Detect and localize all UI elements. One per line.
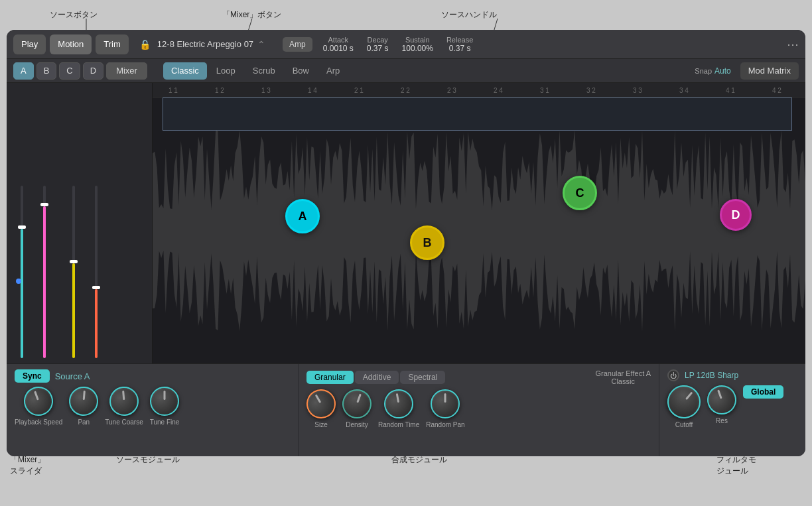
source-selector[interactable]: Source A bbox=[55, 371, 90, 381]
svg-text:3 2: 3 2 bbox=[586, 87, 596, 94]
mixer-channel-b bbox=[34, 186, 54, 358]
source-handle-d[interactable]: D bbox=[720, 199, 752, 231]
play-button[interactable]: Play bbox=[13, 34, 46, 54]
additive-tab[interactable]: Additive bbox=[355, 371, 399, 384]
sustain-label: Sustain bbox=[402, 36, 433, 44]
spectral-tab[interactable]: Spectral bbox=[400, 371, 445, 384]
motion-button[interactable]: Motion bbox=[50, 34, 92, 54]
effect-label: Granular Effect A bbox=[595, 369, 651, 377]
density-knob[interactable] bbox=[338, 385, 375, 422]
mixer-slider-b[interactable] bbox=[43, 186, 46, 358]
power-icon: ⏻ bbox=[670, 372, 677, 379]
mixer-channel-c bbox=[64, 186, 84, 358]
sustain-value: 100.00% bbox=[402, 44, 433, 53]
attack-param: Attack 0.0010 s bbox=[323, 36, 354, 53]
tune-coarse-group: Tune Coarse bbox=[105, 387, 143, 426]
pad-d-button[interactable]: D bbox=[83, 62, 103, 80]
source-module-header: Sync Source A bbox=[15, 369, 290, 383]
trim-button[interactable]: Trim bbox=[96, 34, 129, 54]
filter-module: ⏻ LP 12dB Sharp Cutoff Res Global bbox=[659, 364, 805, 456]
tune-fine-knob[interactable] bbox=[150, 387, 179, 416]
amp-button[interactable]: Amp bbox=[283, 37, 312, 52]
svg-text:2 4: 2 4 bbox=[494, 87, 503, 94]
tune-coarse-knob[interactable] bbox=[108, 385, 140, 417]
loop-tab[interactable]: Loop bbox=[208, 62, 243, 80]
global-button[interactable]: Global bbox=[743, 385, 783, 399]
svg-text:4 1: 4 1 bbox=[726, 87, 735, 94]
pan-group: Pan bbox=[69, 387, 98, 426]
mixer-slider-d[interactable] bbox=[95, 186, 98, 358]
effect-name-group: Granular Effect A Classic bbox=[595, 369, 651, 385]
svg-text:3 1: 3 1 bbox=[540, 87, 549, 94]
random-time-knob[interactable] bbox=[382, 387, 416, 421]
tune-fine-label: Tune Fine bbox=[150, 418, 180, 426]
size-group: Size bbox=[306, 389, 336, 428]
global-btn-wrapper: Global bbox=[743, 385, 783, 401]
density-label: Density bbox=[346, 421, 368, 428]
second-row: A B C D Mixer Classic Loop Scrub Bow Arp… bbox=[7, 59, 805, 83]
size-label: Size bbox=[314, 421, 327, 428]
svg-text:1 2: 1 2 bbox=[215, 87, 224, 94]
random-time-group: Random Time bbox=[378, 389, 419, 428]
classic-tab[interactable]: Classic bbox=[163, 62, 207, 80]
synth-knob-row: Size Density Random Time Random Pan bbox=[306, 389, 651, 428]
svg-text:3 3: 3 3 bbox=[633, 87, 642, 94]
res-knob[interactable] bbox=[703, 381, 740, 418]
random-pan-label: Random Pan bbox=[426, 421, 464, 428]
mixer-panel bbox=[7, 83, 153, 363]
mode-tabs: Classic Loop Scrub Bow Arp bbox=[163, 62, 348, 80]
svg-text:1 3: 1 3 bbox=[261, 87, 271, 94]
playback-speed-knob[interactable] bbox=[20, 383, 57, 420]
random-pan-knob[interactable] bbox=[431, 389, 460, 418]
decay-label: Decay bbox=[367, 36, 389, 44]
file-chevron-icon[interactable]: ⌃ bbox=[257, 39, 265, 50]
random-time-label: Random Time bbox=[378, 421, 419, 428]
attack-value: 0.0010 s bbox=[323, 44, 354, 53]
snap-label: Snap bbox=[695, 67, 712, 75]
density-group: Density bbox=[342, 389, 372, 428]
arp-tab[interactable]: Arp bbox=[318, 62, 348, 80]
pad-c-button[interactable]: C bbox=[59, 62, 80, 80]
bow-tab[interactable]: Bow bbox=[285, 62, 317, 80]
filter-type-selector[interactable]: LP 12dB Sharp bbox=[685, 371, 738, 380]
scrub-tab[interactable]: Scrub bbox=[245, 62, 283, 80]
size-knob[interactable] bbox=[301, 384, 341, 424]
more-options-button[interactable]: ⋯ bbox=[787, 37, 799, 52]
snap-value[interactable]: Auto bbox=[714, 66, 731, 76]
svg-text:4 2: 4 2 bbox=[772, 87, 781, 94]
filter-knob-row: Cutoff Res Global bbox=[667, 385, 797, 428]
svg-text:1 1: 1 1 bbox=[169, 87, 178, 94]
release-label: Release bbox=[446, 36, 473, 44]
pan-knob[interactable] bbox=[68, 385, 100, 417]
tune-fine-group: Tune Fine bbox=[150, 387, 180, 426]
attack-label: Attack bbox=[323, 36, 354, 44]
release-param: Release 0.37 s bbox=[446, 36, 473, 53]
svg-text:3 4: 3 4 bbox=[679, 87, 689, 94]
sustain-param: Sustain 100.00% bbox=[402, 36, 433, 53]
granular-tab[interactable]: Granular bbox=[306, 371, 354, 384]
filter-power-button[interactable]: ⏻ bbox=[667, 369, 679, 381]
res-label: Res bbox=[716, 417, 728, 424]
source-module: Sync Source A Playback Speed Pan Tune Co… bbox=[7, 364, 299, 456]
source-handle-a[interactable]: A bbox=[285, 199, 320, 233]
mixer-button[interactable]: Mixer bbox=[106, 62, 147, 80]
source-handle-b[interactable]: B bbox=[410, 225, 444, 260]
waveform-area[interactable]: 1 1 1 2 1 3 1 4 2 1 2 2 2 3 2 4 3 1 3 2 … bbox=[153, 83, 805, 363]
mixer-slider-c[interactable] bbox=[72, 186, 75, 358]
snap-control: Snap Auto Mod Matrix bbox=[695, 62, 799, 80]
mod-matrix-button[interactable]: Mod Matrix bbox=[740, 62, 799, 80]
mixer-channel-d bbox=[86, 186, 106, 358]
sync-button[interactable]: Sync bbox=[15, 369, 50, 383]
cutoff-knob[interactable] bbox=[661, 379, 707, 425]
synth-module: Granular Additive Spectral Granular Effe… bbox=[299, 364, 659, 456]
decay-param: Decay 0.37 s bbox=[367, 36, 389, 53]
source-handle-c[interactable]: C bbox=[563, 176, 597, 210]
svg-text:1 4: 1 4 bbox=[308, 87, 317, 94]
pad-a-button[interactable]: A bbox=[13, 62, 34, 80]
mixer-slider-a[interactable] bbox=[21, 186, 23, 358]
filter-module-header: ⏻ LP 12dB Sharp bbox=[667, 369, 797, 381]
svg-text:2 3: 2 3 bbox=[447, 87, 456, 94]
waveform-svg bbox=[153, 97, 805, 363]
pad-b-button[interactable]: B bbox=[36, 62, 57, 80]
res-group: Res bbox=[707, 385, 736, 424]
